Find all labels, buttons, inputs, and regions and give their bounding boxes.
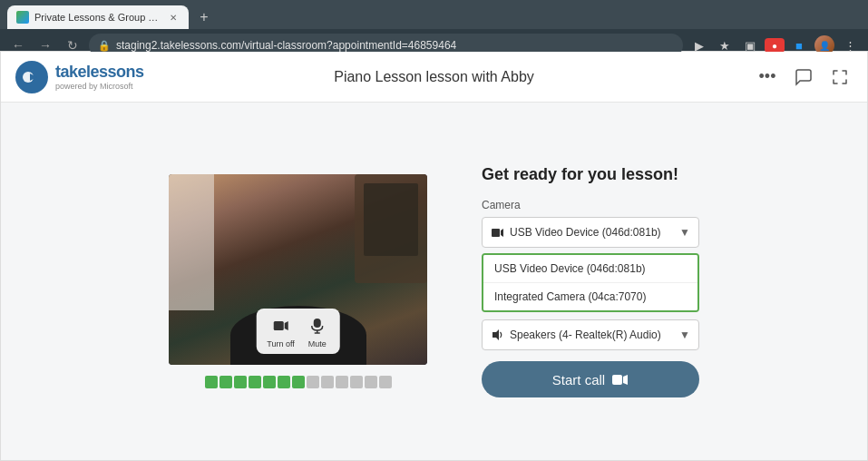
app-logo: takelessons powered by Microsoft [15,61,144,93]
camera-option-usb[interactable]: USB Video Device (046d:081b) [483,255,697,282]
meter-bar-9 [321,376,334,388]
tab-close-button[interactable]: ✕ [167,11,180,24]
meter-bar-3 [234,376,247,388]
camera-dropdown[interactable]: USB Video Device (046d:081b) [482,217,699,248]
page-title: Piano Lesson lesson with Abby [334,69,534,85]
mute-button[interactable]: Mute [306,314,329,348]
svg-rect-9 [612,375,622,385]
camera-option-integrated[interactable]: Integrated Camera (04ca:7070) [483,282,697,310]
svg-rect-3 [314,319,321,328]
svg-marker-2 [284,321,288,330]
camera-dropdown-icon [492,228,504,238]
chat-icon[interactable] [791,64,816,90]
meter-bar-12 [365,376,377,388]
main-content: Turn off Mute [1,103,867,460]
video-controls-overlay: Turn off Mute [256,309,340,354]
meter-bar-7 [292,376,305,388]
svg-rect-1 [273,321,283,330]
audio-dropdown[interactable]: Speakers (4- Realtek(R) Audio) [482,319,699,350]
logo-sub-text: powered by Microsoft [55,82,144,91]
active-tab[interactable]: Private Lessons & Group Cl... ✕ [7,5,189,29]
logo-main-text: takelessons [55,63,144,82]
tab-title: Private Lessons & Group Cl... [34,12,161,23]
video-preview: Turn off Mute [169,174,427,365]
camera-label: Camera [482,199,699,211]
settings-heading: Get ready for you lesson! [482,165,699,184]
svg-rect-6 [492,229,500,237]
camera-off-icon [268,314,292,338]
meter-bar-11 [350,376,363,388]
settings-panel: Get ready for you lesson! Camera USB Vid… [482,165,699,397]
video-section: Turn off Mute [169,174,427,388]
audio-selected-value: Speakers (4- Realtek(R) Audio) [510,329,661,341]
app-header: takelessons powered by Microsoft Piano L… [1,52,867,103]
camera-off-label: Turn off [267,339,295,348]
meter-bar-8 [307,376,319,388]
meter-bar-5 [263,376,276,388]
camera-turn-off-button[interactable]: Turn off [267,314,295,348]
camera-options-list: USB Video Device (046d:081b) Integrated … [482,253,699,312]
mute-label: Mute [308,339,327,348]
camera-selected-value: USB Video Device (046d:081b) [510,226,661,239]
browser-chrome: Private Lessons & Group Cl... ✕ + ← → ↻ … [0,0,868,51]
url-text: staging2.takelessons.com/virtual-classro… [116,39,456,52]
tab-favicon [16,11,29,24]
logo-text: takelessons powered by Microsoft [55,63,144,91]
audio-section: Speakers (4- Realtek(R) Audio) ▼ [482,319,699,350]
header-actions: ••• [755,64,853,90]
svg-marker-8 [493,329,499,340]
audio-meter [205,374,392,388]
new-tab-button[interactable]: + [192,5,216,29]
video-call-icon [612,374,629,386]
lock-icon: 🔒 [98,40,111,52]
meter-bar-4 [249,376,261,388]
meter-bar-6 [278,376,290,388]
meter-bar-1 [205,376,218,388]
logo-icon [15,61,48,93]
svg-marker-7 [501,229,503,237]
speaker-icon [492,329,504,341]
start-call-button[interactable]: Start call [482,361,699,397]
start-call-label: Start call [552,372,605,387]
app-container: takelessons powered by Microsoft Piano L… [0,51,868,461]
tab-bar: Private Lessons & Group Cl... ✕ + [0,0,868,29]
more-options-button[interactable]: ••• [755,64,780,90]
microphone-icon [306,314,329,338]
meter-bar-10 [336,376,348,388]
notification-icon[interactable]: ● [765,38,785,53]
camera-dropdown-wrapper: USB Video Device (046d:081b) ▼ [482,217,699,248]
meter-bar-2 [219,376,232,388]
fullscreen-icon[interactable] [827,64,853,90]
svg-marker-10 [623,375,628,385]
meter-bar-13 [379,376,392,388]
audio-dropdown-wrapper: Speakers (4- Realtek(R) Audio) ▼ [482,319,699,350]
